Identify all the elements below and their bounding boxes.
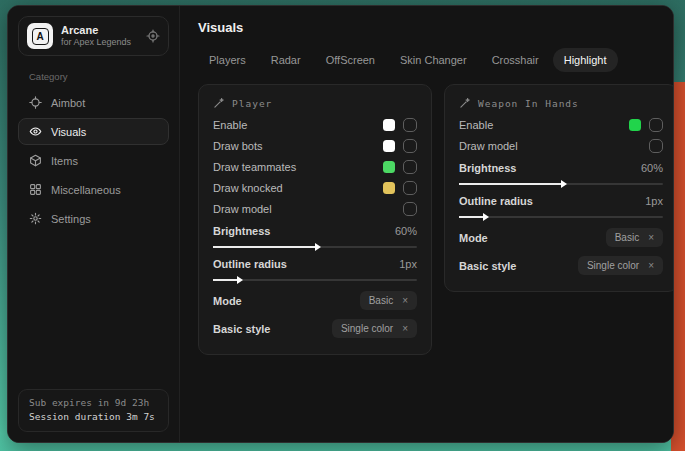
panels-row: Player Enable Draw bots [198,84,674,355]
slider-thumb[interactable] [483,213,489,221]
draw-model-checkbox[interactable] [403,202,417,216]
sidebar-item-miscellaneous[interactable]: Miscellaneous [18,176,169,203]
slider-label: Brightness [213,225,270,237]
weapon-panel-header: Weapon In Hands [459,97,663,109]
crosshair-icon [29,96,42,109]
toggle-row-draw-bots: Draw bots [213,135,417,156]
sidebar-item-label: Items [51,155,78,167]
chip-value: Basic [615,232,639,243]
panel-title: Player [232,98,272,109]
slider-thumb[interactable] [315,243,321,251]
chip-remove-icon[interactable]: × [402,323,408,334]
page-title: Visuals [198,20,674,35]
arcane-menu-window: A Arcane for Apex Legends Category Aimbo… [7,5,674,443]
slider-value: 60% [641,162,663,174]
chip-remove-icon[interactable]: × [648,232,654,243]
toggle-label: Enable [459,119,493,131]
brightness-slider-group: Brightness 60% [459,159,663,185]
grid-icon [29,183,42,196]
slider-value: 1px [645,195,663,207]
main-content: Visuals Players Radar OffScreen Skin Cha… [180,6,674,442]
basic-style-select-row: Basic style Single color × [459,253,663,278]
slider-label: Outline radius [213,258,287,270]
color-swatch[interactable] [629,119,641,131]
outline-radius-slider-group: Outline radius 1px [459,192,663,218]
chip-remove-icon[interactable]: × [402,295,408,306]
slider-value: 60% [395,225,417,237]
gear-icon [29,212,42,225]
sidebar: A Arcane for Apex Legends Category Aimbo… [8,6,180,442]
sidebar-item-label: Aimbot [51,97,85,109]
brightness-slider[interactable] [213,246,417,248]
subscription-info-box: Sub expires in 9d 23h Session duration 3… [18,389,169,432]
wand-icon [213,97,225,109]
mode-chip[interactable]: Basic × [360,291,417,310]
slider-thumb[interactable] [561,180,567,188]
draw-knocked-checkbox[interactable] [403,181,417,195]
chip-value: Single color [587,260,639,271]
slider-fill [213,279,237,281]
sidebar-item-aimbot[interactable]: Aimbot [18,89,169,116]
basic-style-select-row: Basic style Single color × [213,316,417,341]
toggle-row-draw-knocked: Draw knocked [213,177,417,198]
sidebar-item-label: Visuals [51,126,86,138]
mode-select-row: Mode Basic × [213,288,417,313]
app-header-card: A Arcane for Apex Legends [18,16,169,56]
player-panel-header: Player [213,97,417,109]
tab-radar[interactable]: Radar [260,48,312,72]
outline-radius-slider[interactable] [459,216,663,218]
outline-radius-slider[interactable] [213,279,417,281]
enable-checkbox[interactable] [649,118,663,132]
draw-teammates-checkbox[interactable] [403,160,417,174]
target-icon[interactable] [146,29,160,43]
toggle-label: Draw teammates [213,161,296,173]
app-logo: A [27,23,53,49]
app-subtitle: for Apex Legends [61,37,131,48]
chip-value: Basic [369,295,393,306]
slider-label: Outline radius [459,195,533,207]
mode-chip[interactable]: Basic × [606,228,663,247]
slider-fill [459,183,561,185]
draw-bots-checkbox[interactable] [403,139,417,153]
tab-crosshair[interactable]: Crosshair [481,48,550,72]
chip-remove-icon[interactable]: × [648,260,654,271]
app-name: Arcane [61,24,131,38]
category-label: Category [29,71,169,82]
player-panel: Player Enable Draw bots [198,84,432,355]
color-swatch[interactable] [383,140,395,152]
tab-players[interactable]: Players [198,48,257,72]
select-label: Basic style [213,323,270,335]
select-label: Basic style [459,260,516,272]
slider-fill [213,246,315,248]
sidebar-item-items[interactable]: Items [18,147,169,174]
tab-highlight[interactable]: Highlight [553,48,618,72]
sidebar-item-visuals[interactable]: Visuals [18,118,169,145]
toggle-label: Draw model [213,203,272,215]
draw-model-checkbox[interactable] [649,139,663,153]
sidebar-nav: Aimbot Visuals Items Miscellaneous [18,89,169,232]
app-meta: Arcane for Apex Legends [61,24,131,49]
cube-icon [29,154,42,167]
color-swatch[interactable] [383,182,395,194]
tab-offscreen[interactable]: OffScreen [315,48,386,72]
brightness-slider[interactable] [459,183,663,185]
toggle-row-enable: Enable [213,114,417,135]
toggle-label: Enable [213,119,247,131]
sidebar-item-label: Settings [51,213,91,225]
slider-thumb[interactable] [237,276,243,284]
color-swatch[interactable] [383,119,395,131]
basic-style-chip[interactable]: Single color × [578,256,663,275]
tab-skin-changer[interactable]: Skin Changer [389,48,478,72]
select-label: Mode [459,232,488,244]
wand-icon [459,97,471,109]
sidebar-item-settings[interactable]: Settings [18,205,169,232]
enable-checkbox[interactable] [403,118,417,132]
basic-style-chip[interactable]: Single color × [332,319,417,338]
slider-fill [459,216,483,218]
weapon-in-hands-panel: Weapon In Hands Enable Draw model [444,84,674,292]
outline-radius-slider-group: Outline radius 1px [213,255,417,281]
sidebar-item-label: Miscellaneous [51,184,121,196]
color-swatch[interactable] [383,161,395,173]
session-duration-text: Session duration 3m 7s [29,410,158,425]
chip-value: Single color [341,323,393,334]
